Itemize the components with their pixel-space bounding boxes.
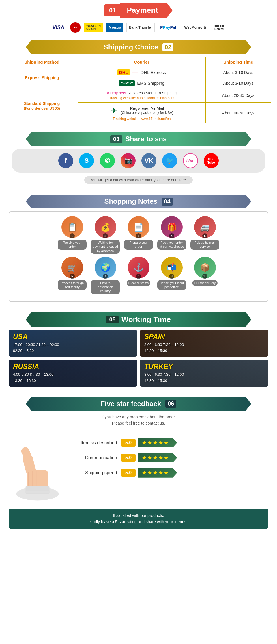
working-card-russia: RUSSIA 4:00-7:30 8：30 – 13:00 13:30 – 16…	[9, 360, 137, 387]
step-2-label: Waiting for payment released by alixpres…	[91, 240, 120, 254]
time-airmail: About 40-60 Days	[205, 103, 271, 123]
payment-section: 01 Payment VISA ●● WESTERNUNION Maestro …	[0, 3, 277, 36]
step-7-label: Flow to destination country	[91, 280, 120, 294]
dhl-name: DHL Express	[141, 70, 166, 75]
working-card-turkey: TURKEY 3:00– 6:30 7:30 – 12:00 12:30 – 1…	[140, 360, 268, 387]
star: ★	[147, 455, 152, 461]
airmail-tracking: Tracking website: www.17track.net/en	[81, 117, 202, 121]
step-2-circle: 💰 2	[95, 216, 116, 238]
time-ali: About 20-45 Days	[205, 88, 271, 103]
step-7: 🌍 7 Flow to destination country	[91, 257, 120, 294]
steps-row-1: 📋 1 Receive your order 💰 2 Waiting for p…	[12, 216, 265, 254]
skype-icon[interactable]: S	[79, 153, 94, 168]
standard-line2: (For order over USD5)	[24, 106, 60, 110]
step-6-label: Process through sort facility	[58, 280, 87, 290]
stars-banner-1: ★ ★ ★ ★ ★	[138, 438, 177, 447]
shipping-table: Shipping Method Courier Shipping Time Ex…	[6, 57, 271, 123]
rating-score-3: 5.0	[121, 469, 136, 477]
courier-ems: ≡EMS≡ EMS Shipping	[78, 78, 205, 88]
step-5-circle: 🚐 5	[194, 216, 216, 238]
star: ★	[164, 440, 169, 446]
step-10-num: 10	[202, 274, 207, 279]
sns-icons-area: f S ✆ 📷 VK 🐦 iTao YouTube	[12, 149, 265, 173]
courier-airmail: ✈ Registered Air Mail (China post/epacke…	[78, 103, 205, 123]
instagram-icon[interactable]: 📷	[121, 153, 136, 168]
step-10-label: Our for delivery	[192, 280, 217, 286]
times-turkey: 3:00– 6:30 7:30 – 12:00 12:30 – 15:30	[144, 372, 264, 384]
share-note-wrap: You will get a gift with your order afte…	[6, 174, 271, 186]
feedback-title: Five star feedback	[101, 400, 161, 408]
table-row: Express Shipping DHL ––– DHL Express Abo…	[6, 67, 271, 78]
working-card-spain: SPAIN 3:00– 6:30 7:30 – 12:00 12:30 – 15…	[140, 330, 268, 357]
ratings-area: Item as described: 5.0 ★ ★ ★ ★ ★ Communi…	[72, 432, 268, 483]
star: ★	[147, 440, 152, 446]
step-1-num: 1	[70, 233, 75, 238]
step-5: 🚐 5 Pck up by mail service	[190, 216, 219, 254]
step-3-label: Prepare your order	[124, 240, 153, 250]
thumb-image	[9, 432, 66, 503]
airmail-note: (China post/epacket-only for USA)	[121, 111, 173, 115]
feedback-content: Item as described: 5.0 ★ ★ ★ ★ ★ Communi…	[6, 430, 271, 506]
step-8: ⚓ 8 Clear customs	[124, 257, 153, 294]
steps-row-2: 🛒 6 Process through sort facility 🌍 7 Fl…	[12, 257, 265, 294]
rating-row-2: Communication: 5.0 ★ ★ ★ ★ ★	[72, 453, 268, 462]
itao-icon[interactable]: iTao	[183, 153, 198, 168]
webmoney-icon: WebMoney ✿	[182, 23, 209, 32]
notes-title: Shopping Notes	[104, 197, 157, 206]
col-method: Shipping Method	[6, 57, 78, 67]
visa-icon: VISA	[50, 23, 67, 32]
times-russia: 4:00-7:30 8：30 – 13:00 13:30 – 16:30	[13, 372, 133, 384]
working-card-usa: USA 17:00 - 20:30 21:30 – 02:00 02:30 – …	[9, 330, 137, 357]
star: ★	[153, 455, 158, 461]
share-title: Share to sns	[125, 135, 167, 143]
airmail-name: Registered Air Mail	[121, 106, 173, 111]
star: ★	[158, 470, 163, 476]
courier-ali: AliExpress Aliexpress Standard Shipping …	[78, 88, 205, 103]
vk-icon[interactable]: VK	[141, 153, 156, 168]
star: ★	[158, 455, 163, 461]
step-9-label: Depart your local post office	[157, 280, 186, 290]
working-num: 05	[106, 316, 118, 323]
bank-transfer-icon: Bank Transfer	[126, 23, 155, 32]
step-4-label: Pack your order at our warehouse	[157, 240, 186, 250]
col-courier: Courier	[78, 57, 205, 67]
step-10: 📦 10 Our for delivery	[190, 257, 219, 294]
star: ★	[142, 455, 147, 461]
star: ★	[147, 470, 152, 476]
payment-icons-row: VISA ●● WESTERNUNION Maestro Bank Transf…	[0, 21, 277, 36]
footer-line-2: kindly leave a 5-star rating and share w…	[89, 519, 187, 524]
ems-logo: ≡EMS≡	[119, 80, 135, 86]
maestro-icon: Maestro	[106, 23, 123, 32]
stars-banner-3: ★ ★ ★ ★ ★	[138, 468, 177, 478]
step-4-circle: 🎁 4	[161, 216, 183, 238]
ali-logo: AliExpress	[107, 91, 126, 95]
rating-row-1: Item as described: 5.0 ★ ★ ★ ★ ★	[72, 438, 268, 447]
youtube-icon[interactable]: YouTube	[204, 153, 219, 168]
time-dhl: About 3-10 Days	[205, 67, 271, 78]
times-spain: 3:00– 6:30 7:30 – 12:00 12:30 – 15:30	[144, 342, 264, 354]
step-7-num: 7	[103, 274, 108, 279]
step-9-num: 9	[169, 274, 174, 279]
rating-label-2: Communication:	[72, 455, 118, 460]
step-2: 💰 2 Waiting for payment released by alix…	[91, 216, 120, 254]
thumb-svg	[9, 432, 66, 502]
twitter-icon[interactable]: 🐦	[162, 153, 177, 168]
step-1: 📋 1 Receive your order	[58, 216, 87, 254]
notes-num: 04	[162, 198, 173, 206]
working-grid: USA 17:00 - 20:30 21:30 – 02:00 02:30 – …	[9, 330, 268, 387]
step-1-label: Receive your order	[58, 240, 87, 250]
paypal-icon: PPayPal	[158, 23, 179, 32]
whatsapp-icon[interactable]: ✆	[100, 153, 115, 168]
payment-title: Payment	[120, 3, 173, 18]
star: ★	[153, 440, 158, 446]
step-4-num: 4	[169, 233, 174, 238]
footer-line-1: If satisfied with our products,	[113, 513, 164, 518]
star: ★	[158, 440, 163, 446]
step-8-num: 8	[136, 274, 141, 279]
facebook-icon[interactable]: f	[58, 153, 73, 168]
col-time: Shipping Time	[205, 57, 271, 67]
star: ★	[142, 440, 147, 446]
airmail-icon: ✈	[110, 105, 118, 116]
ems-name: EMS Shipping	[137, 81, 164, 86]
step-8-label: Clear customs	[127, 280, 150, 286]
